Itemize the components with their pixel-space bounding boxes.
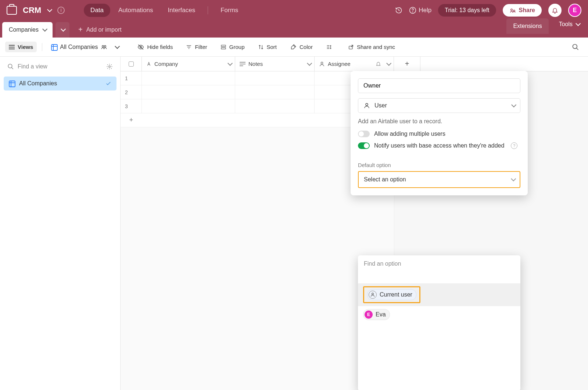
option-user-eva[interactable]: E Eva [358,306,520,323]
svg-line-24 [577,48,578,50]
table-tabs-bar: Companies + Add or import Extensions Too… [0,21,588,38]
column-header-assignee[interactable]: Assignee [315,57,394,71]
chevron-down-icon[interactable] [42,26,47,32]
row-number: 2 [121,85,142,99]
user-icon [363,102,370,109]
user-icon [319,61,325,67]
svg-point-35 [366,103,368,106]
option-search-input[interactable]: Find an option [358,255,520,272]
cell[interactable] [235,71,315,85]
select-all-checkbox[interactable] [121,57,142,71]
history-icon[interactable] [395,7,402,14]
collaborators-icon [101,44,107,50]
sidebar-view-all-companies[interactable]: All Companies [4,77,116,91]
gear-icon[interactable] [106,63,113,70]
top-left: CRM i Data Automations Interfaces Forms [7,4,245,17]
notification-icon[interactable] [376,61,381,67]
nav-separator [208,6,208,14]
notify-toggle[interactable] [358,142,370,149]
allow-multiple-toggle[interactable] [358,131,370,137]
plus-icon: + [121,116,142,124]
add-field-button[interactable]: + [394,57,420,71]
table-tabs-dropdown[interactable] [55,22,69,38]
current-view-button[interactable]: All Companies [47,42,122,53]
notify-label: Notify users with base access when they'… [374,142,504,149]
nav-tab-interfaces[interactable]: Interfaces [161,4,202,17]
row-height-button[interactable] [322,42,336,52]
svg-point-34 [321,62,323,64]
extensions-button[interactable]: Extensions [506,18,548,34]
hide-fields-button[interactable]: Hide fields [134,42,176,53]
field-name-input[interactable] [358,78,520,93]
share-button[interactable]: Share [503,4,542,17]
nav-tab-automations[interactable]: Automations [112,4,160,17]
cell[interactable] [235,99,315,113]
second-bar-right: Extensions Tools [506,18,584,38]
chevron-down-icon[interactable] [227,60,233,65]
svg-point-27 [109,66,111,68]
avatar[interactable]: E [568,4,581,17]
top-right: Help Trial: 13 days left Share E [395,4,581,17]
text-icon [146,61,151,67]
notify-row: Notify users with base access when they'… [358,142,520,149]
highlight-outline: Current user [363,286,420,303]
svg-rect-22 [349,46,352,49]
add-or-import-button[interactable]: + Add or import [78,25,122,38]
chevron-down-icon[interactable] [47,7,52,12]
group-button[interactable]: Group [217,42,248,52]
svg-line-26 [11,67,13,69]
avatar: E [365,311,373,319]
svg-point-10 [102,45,104,47]
help-button[interactable]: Help [409,7,431,14]
svg-point-2 [510,9,512,11]
separator [42,43,42,51]
view-sidebar: Find a view All Companies [0,57,121,390]
row-number: 1 [121,71,142,85]
field-config-popover: User Add an Airtable user to a record. A… [351,71,528,195]
svg-rect-7 [51,45,57,50]
trial-pill[interactable]: Trial: 13 days left [438,4,496,17]
cell[interactable] [142,71,235,85]
default-option-label: Default option [358,162,520,168]
help-icon[interactable]: ? [511,142,517,149]
chevron-down-icon [576,21,581,26]
field-type-select[interactable]: User [358,98,520,113]
svg-rect-28 [9,81,15,87]
nav-tab-forms[interactable]: Forms [214,4,245,17]
views-button[interactable]: Views [5,42,37,52]
long-text-icon [240,61,245,67]
svg-point-25 [8,64,12,68]
option-current-user[interactable]: Current user [358,283,520,306]
field-type-description: Add an Airtable user to a record. [358,118,520,125]
cell[interactable] [142,85,235,99]
tools-button[interactable]: Tools [555,21,584,31]
share-sync-button[interactable]: Share and sync [344,42,399,52]
cell[interactable] [235,85,315,99]
chevron-down-icon[interactable] [386,60,391,65]
grid-icon [51,44,57,50]
grid-icon [9,81,15,86]
default-option-select[interactable]: Select an option [358,171,520,188]
notifications-button[interactable] [548,4,562,17]
app-name[interactable]: CRM [23,6,41,15]
column-header-notes[interactable]: Notes [235,57,315,71]
cell[interactable] [142,99,235,113]
nav-tab-data[interactable]: Data [84,4,110,17]
sort-button[interactable]: Sort [254,42,281,52]
filter-button[interactable]: Filter [182,42,211,52]
chevron-down-icon[interactable] [307,60,312,65]
search-button[interactable] [568,41,583,53]
table-tab-companies[interactable]: Companies [2,22,53,38]
find-view-input[interactable]: Find a view [4,60,116,73]
svg-point-36 [372,293,374,295]
search-icon [7,63,14,70]
plus-icon: + [78,25,83,34]
chevron-down-icon[interactable] [115,43,120,49]
allow-multiple-label: Allow adding multiple users [374,131,445,137]
top-bar: CRM i Data Automations Interfaces Forms … [0,0,588,21]
column-header-company[interactable]: Company [142,57,235,71]
color-button[interactable]: Color [286,42,316,53]
chevron-down-icon [511,102,516,107]
info-icon[interactable]: i [57,7,65,14]
nav-tabs: Data Automations Interfaces Forms [84,4,245,17]
